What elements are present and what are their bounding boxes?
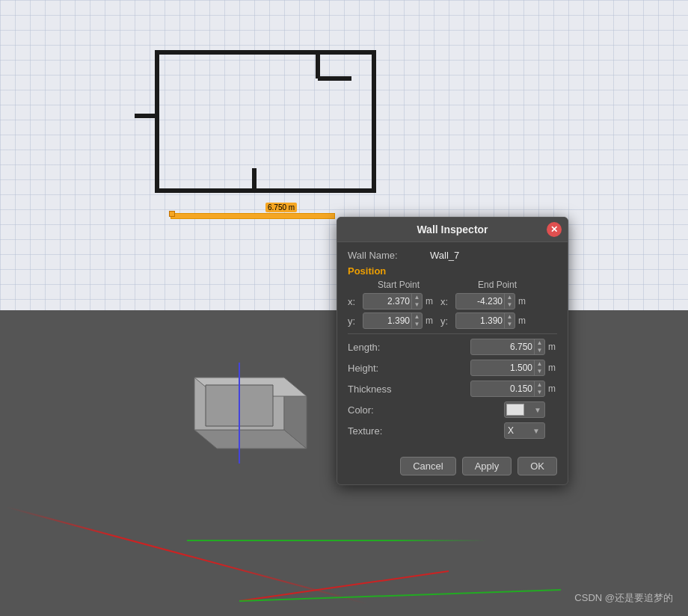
start-x-down-arrow[interactable]: ▼ (412, 301, 422, 309)
divider (348, 333, 557, 334)
end-y-arrows[interactable]: ▲ ▼ (504, 313, 515, 328)
wall-inspector-dialog: Wall Inspector ✕ Wall Name: Wall_7 Posit… (337, 217, 568, 485)
length-label: Length: (348, 342, 408, 353)
start-x-spinbox[interactable]: 2.370 ▲ ▼ (363, 293, 423, 309)
svg-line-11 (239, 571, 449, 601)
svg-line-12 (239, 590, 561, 601)
length-row: Length: 6.750 ▲ ▼ m (348, 339, 557, 355)
wall-name-value: Wall_7 (430, 250, 459, 261)
wall-endpoint-left (169, 211, 175, 217)
height-row: Height: 1.500 ▲ ▼ m (348, 360, 557, 376)
color-label: Color: (348, 404, 408, 416)
texture-row: Texture: X ▼ (348, 422, 557, 439)
svg-rect-0 (157, 52, 374, 191)
thickness-row: Thickness 0.150 ▲ ▼ m (348, 381, 557, 397)
floorplan-svg (135, 37, 389, 209)
height-label: Height: (348, 363, 408, 374)
end-y-up-arrow[interactable]: ▲ (505, 313, 515, 321)
thickness-arrows[interactable]: ▲ ▼ (534, 381, 544, 396)
end-x-label: x: (440, 296, 455, 307)
start-y-up-arrow[interactable]: ▲ (412, 313, 422, 321)
dialog-title: Wall Inspector (417, 224, 488, 235)
height-unit: m (548, 363, 557, 373)
length-down-arrow[interactable]: ▼ (535, 347, 544, 354)
wall-measurement-label: 6.750 m (265, 203, 297, 212)
start-x-value: 2.370 (363, 296, 411, 307)
start-x-label: x: (348, 296, 363, 307)
start-y-arrows[interactable]: ▲ ▼ (411, 313, 422, 328)
end-y-spinbox[interactable]: 1.390 ▲ ▼ (455, 312, 515, 329)
end-y-down-arrow[interactable]: ▼ (505, 321, 515, 328)
cancel-button[interactable]: Cancel (400, 457, 455, 475)
end-point-header: End Point (461, 280, 533, 290)
dialog-body: Wall Name: Wall_7 Position Start Point E… (337, 242, 568, 451)
dialog-close-button[interactable]: ✕ (547, 222, 562, 237)
dialog-footer: Cancel Apply OK (337, 451, 568, 484)
end-x-value: -4.230 (456, 296, 504, 307)
color-row: Color: ▼ (348, 401, 557, 418)
length-unit: m (548, 342, 557, 352)
position-label: Position (348, 265, 557, 277)
length-value: 6.750 (471, 342, 534, 352)
start-x-up-arrow[interactable]: ▲ (412, 294, 422, 301)
start-y-label: y: (348, 315, 363, 327)
height-up-arrow[interactable]: ▲ (535, 360, 544, 368)
texture-dropdown-arrow: ▼ (532, 427, 541, 435)
thickness-spinbox[interactable]: 0.150 ▲ ▼ (470, 381, 545, 397)
3d-box (150, 333, 337, 467)
length-arrows[interactable]: ▲ ▼ (534, 339, 544, 354)
height-arrows[interactable]: ▲ ▼ (534, 360, 544, 375)
selected-wall[interactable] (171, 213, 335, 219)
color-box (506, 404, 524, 416)
x-coord-row: x: 2.370 ▲ ▼ m x: -4.230 ▲ ▼ m (348, 293, 557, 309)
height-spinbox[interactable]: 1.500 ▲ ▼ (470, 360, 545, 376)
thickness-label: Thickness (348, 384, 408, 395)
texture-value: X (508, 425, 514, 436)
end-y-unit: m (518, 315, 527, 326)
color-swatch[interactable]: ▼ (504, 401, 545, 418)
thickness-up-arrow[interactable]: ▲ (535, 381, 544, 389)
thickness-value: 0.150 (471, 384, 534, 394)
height-down-arrow[interactable]: ▼ (535, 368, 544, 375)
length-spinbox[interactable]: 6.750 ▲ ▼ (470, 339, 545, 355)
thickness-unit: m (548, 384, 557, 394)
ok-button[interactable]: OK (517, 457, 557, 475)
length-up-arrow[interactable]: ▲ (535, 339, 544, 347)
start-y-unit: m (426, 315, 434, 326)
end-x-up-arrow[interactable]: ▲ (505, 294, 515, 301)
height-value: 1.500 (471, 363, 534, 373)
end-y-label: y: (440, 315, 455, 327)
y-coord-row: y: 1.390 ▲ ▼ m y: 1.390 ▲ ▼ m (348, 312, 557, 329)
wall-name-label: Wall Name: (348, 250, 408, 261)
end-x-spinbox[interactable]: -4.230 ▲ ▼ (455, 293, 515, 309)
end-x-unit: m (518, 296, 527, 307)
thickness-down-arrow[interactable]: ▼ (535, 389, 544, 396)
start-x-arrows[interactable]: ▲ ▼ (411, 294, 422, 309)
texture-dropdown[interactable]: X ▼ (504, 422, 545, 439)
start-point-header: Start Point (363, 280, 434, 290)
end-y-value: 1.390 (456, 315, 504, 326)
texture-label: Texture: (348, 425, 408, 437)
start-x-unit: m (426, 296, 434, 307)
end-x-arrows[interactable]: ▲ ▼ (504, 294, 515, 309)
color-dropdown-arrow: ▼ (534, 406, 543, 414)
start-y-value: 1.390 (363, 315, 411, 326)
apply-button[interactable]: Apply (462, 457, 512, 475)
end-x-down-arrow[interactable]: ▼ (505, 301, 515, 309)
start-y-spinbox[interactable]: 1.390 ▲ ▼ (363, 312, 423, 329)
start-y-down-arrow[interactable]: ▼ (412, 321, 422, 328)
point-headers: Start Point End Point (348, 280, 557, 290)
watermark: CSDN @还是要追梦的 (574, 591, 673, 605)
dialog-header: Wall Inspector ✕ (337, 218, 568, 242)
wall-name-row: Wall Name: Wall_7 (348, 250, 557, 261)
